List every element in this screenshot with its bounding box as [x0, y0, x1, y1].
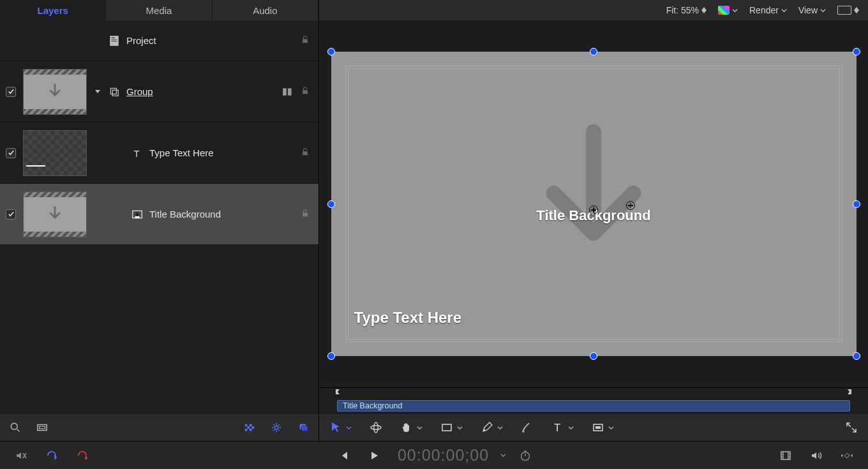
out-marker-icon[interactable]: [846, 389, 853, 401]
canvas-content[interactable]: Title Background Type Text Here: [331, 52, 857, 356]
go-to-start-icon[interactable]: [336, 449, 350, 463]
svg-point-28: [374, 422, 378, 433]
selection-handle[interactable]: [327, 200, 335, 208]
anchor-marker-icon[interactable]: [589, 205, 598, 214]
visibility-checkbox[interactable]: [6, 209, 16, 220]
visibility-checkbox[interactable]: [6, 148, 16, 158]
stopwatch-icon[interactable]: [519, 449, 532, 462]
svg-rect-36: [781, 452, 790, 459]
in-marker-icon[interactable]: [334, 389, 341, 401]
svg-rect-1: [112, 37, 116, 38]
selection-handle[interactable]: [590, 48, 597, 56]
color-channel-menu[interactable]: [718, 6, 738, 15]
film-icon[interactable]: [779, 449, 793, 463]
layer-label-text[interactable]: Type Text Here: [149, 147, 294, 158]
tab-media[interactable]: Media: [106, 0, 212, 20]
layer-thumbnail: [23, 130, 87, 176]
render-menu[interactable]: Render: [749, 5, 787, 15]
svg-rect-37: [844, 453, 849, 458]
loop-icon[interactable]: [45, 449, 59, 463]
pass-through-icon[interactable]: [281, 86, 294, 98]
timecode-menu-chevron-icon[interactable]: [500, 452, 506, 458]
visibility-checkbox[interactable]: [6, 87, 16, 97]
canvas-tool-row: T: [319, 414, 868, 441]
canvas-area[interactable]: Title Background Type Text Here: [319, 20, 868, 387]
svg-rect-11: [303, 151, 308, 155]
lock-icon[interactable]: [301, 147, 312, 159]
search-icon[interactable]: [9, 421, 22, 434]
stepper-icon: [854, 7, 859, 13]
layer-row-title-background[interactable]: Title Background: [0, 184, 318, 245]
select-tool[interactable]: [329, 421, 352, 434]
selection-handle[interactable]: [853, 200, 860, 208]
view-menu[interactable]: View: [798, 5, 826, 15]
timecode-display[interactable]: 00:00:00;00: [398, 446, 532, 465]
pan-tool[interactable]: [400, 421, 423, 434]
timeline-clip[interactable]: Title Background: [337, 400, 850, 412]
svg-rect-23: [250, 429, 252, 431]
lock-icon[interactable]: [301, 86, 312, 98]
svg-rect-17: [40, 426, 45, 429]
lock-icon[interactable]: [301, 209, 312, 220]
svg-text:T: T: [133, 148, 139, 158]
layer-row-text[interactable]: T Type Text Here: [0, 123, 318, 184]
svg-rect-2: [112, 39, 117, 40]
mute-icon[interactable]: [14, 449, 28, 463]
svg-rect-3: [112, 41, 117, 41]
timecode-value: 00:00:00;00: [398, 446, 489, 465]
tab-layers[interactable]: Layers: [0, 0, 106, 20]
selection-handle[interactable]: [590, 352, 597, 360]
svg-point-15: [11, 423, 17, 429]
view-label: View: [798, 5, 818, 15]
text-tool[interactable]: T: [551, 421, 574, 434]
render-label: Render: [749, 5, 779, 15]
expand-icon[interactable]: [845, 421, 858, 434]
gear-icon[interactable]: [270, 421, 283, 434]
audio-icon[interactable]: [809, 449, 823, 463]
3d-transform-tool[interactable]: [370, 421, 382, 434]
layer-list: Project Group: [0, 20, 318, 414]
svg-rect-7: [283, 88, 287, 95]
selection-handle[interactable]: [853, 48, 860, 56]
tab-audio[interactable]: Audio: [213, 0, 318, 20]
selection-handle[interactable]: [327, 352, 335, 360]
layer-thumbnail: [23, 69, 87, 115]
layer-panel-footer: [0, 414, 318, 441]
rotation-marker-icon[interactable]: [626, 201, 635, 210]
checker-icon[interactable]: [243, 421, 256, 434]
dropzone-type-icon: [131, 209, 143, 220]
layer-row-group[interactable]: Group: [0, 61, 318, 123]
layer-label-group[interactable]: Group: [126, 86, 275, 97]
stack-icon[interactable]: [297, 421, 310, 434]
selection-handle[interactable]: [853, 352, 860, 360]
record-icon[interactable]: [75, 449, 89, 463]
keyframe-nav-icon[interactable]: [840, 449, 854, 463]
transport-bar: 00:00:00;00: [0, 441, 868, 469]
svg-rect-19: [250, 424, 252, 427]
canvas-text-layer[interactable]: Type Text Here: [354, 309, 462, 327]
zoom-fit-control[interactable]: Fit: 55%: [666, 5, 707, 15]
selection-handle[interactable]: [327, 48, 335, 56]
svg-rect-20: [247, 426, 250, 429]
svg-point-27: [371, 426, 381, 429]
group-icon: [108, 86, 120, 98]
paint-tool[interactable]: [521, 421, 534, 434]
mask-tool[interactable]: [592, 421, 614, 434]
pen-tool[interactable]: [481, 421, 503, 434]
rectangle-tool[interactable]: [440, 421, 463, 434]
dropzone-arrow-icon: [517, 114, 670, 269]
mini-timeline[interactable]: Title Background: [319, 387, 868, 414]
disclosure-triangle[interactable]: [93, 89, 102, 95]
svg-rect-18: [245, 424, 248, 427]
layer-label-titlebg[interactable]: Title Background: [149, 209, 294, 220]
frame-view-icon[interactable]: [36, 421, 49, 434]
svg-rect-22: [245, 429, 248, 431]
lock-icon[interactable]: [301, 35, 312, 47]
svg-rect-21: [252, 426, 255, 429]
svg-rect-29: [442, 424, 451, 431]
viewport-layout-menu[interactable]: [837, 6, 859, 15]
stepper-icon: [701, 7, 707, 13]
layer-row-project[interactable]: Project: [0, 20, 318, 61]
play-icon[interactable]: [367, 449, 381, 463]
svg-rect-33: [595, 426, 601, 429]
